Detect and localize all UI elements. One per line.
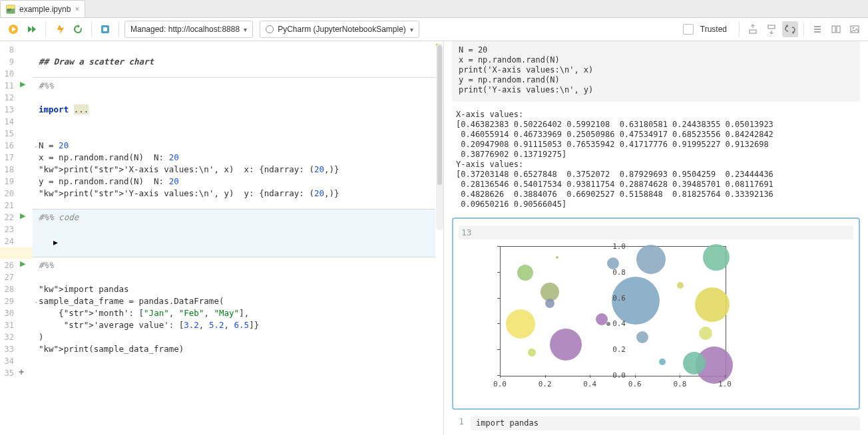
run-cell-button[interactable] — [5, 21, 21, 37]
trusted-checkbox[interactable] — [683, 24, 694, 35]
toolbar: Managed: http://localhost:8888 ▾ PyCharm… — [0, 18, 868, 41]
kernel-combo[interactable]: PyCharm (JupyterNotebookSample) ▾ — [260, 21, 419, 38]
notebook-icon — [6, 5, 15, 14]
sync-scroll-button[interactable] — [782, 21, 798, 37]
chart-point — [699, 327, 712, 340]
mouse-pointer: ◂ — [53, 237, 58, 247]
chart-point — [677, 282, 684, 289]
output-text: X-axis values: [0.46382383 0.50226402 0.… — [452, 107, 860, 212]
separator — [739, 22, 740, 37]
next-cell-preview[interactable]: 1 import pandas — [452, 416, 860, 430]
separator — [118, 22, 119, 37]
svg-rect-8 — [768, 25, 775, 29]
chart-point — [550, 329, 582, 361]
cell-exec-number: 13 — [459, 225, 853, 239]
output-code-echo: N = 20 x = np.random.rand(N) print('X-ax… — [452, 41, 860, 102]
chart-point — [556, 256, 558, 259]
output-pane[interactable]: N = 20 x = np.random.rand(N) print('X-ax… — [444, 41, 868, 435]
line-gutter: 8910111213141516171819202122232425262728… — [0, 41, 18, 435]
add-cell-below-button[interactable] — [763, 21, 779, 37]
chart-point — [659, 359, 666, 365]
chart-point — [695, 287, 730, 322]
svg-rect-9 — [832, 26, 835, 33]
run-all-button[interactable] — [24, 21, 40, 37]
server-combo[interactable]: Managed: http://localhost:8888 ▾ — [124, 21, 253, 38]
separator — [803, 22, 804, 37]
file-tab[interactable]: example.ipynb × — [0, 0, 85, 17]
view-split-button[interactable] — [828, 21, 844, 37]
add-cell-above-button[interactable] — [745, 21, 761, 37]
view-image-button[interactable] — [847, 21, 863, 37]
svg-point-12 — [853, 27, 854, 29]
run-cell-gutter-button[interactable]: ▶ — [20, 259, 25, 268]
chart-point — [636, 331, 648, 343]
chart-point — [528, 349, 536, 357]
chart-point — [517, 265, 533, 281]
scatter-chart: 0.00.20.40.60.81.00.00.20.40.60.81.0 — [477, 243, 853, 403]
next-cell-code: import pandas — [476, 418, 539, 428]
svg-marker-4 — [57, 25, 64, 34]
kernel-status-icon — [266, 25, 274, 33]
chart-point — [606, 322, 610, 326]
server-label: Managed: http://localhost:8888 — [130, 25, 240, 34]
cell-exec-number: 1 — [452, 416, 464, 426]
svg-marker-2 — [28, 26, 32, 33]
trusted-label: Trusted — [700, 25, 727, 34]
body-split: 8910111213141516171819202122232425262728… — [0, 41, 868, 435]
tab-filename: example.ipynb — [19, 5, 71, 14]
chart-point — [636, 245, 666, 274]
separator — [91, 22, 92, 37]
app-root: example.ipynb × Managed: http://localhos… — [0, 0, 868, 435]
code-editor[interactable]: 8910111213141516171819202122232425262728… — [0, 41, 444, 435]
tab-bar: example.ipynb × — [0, 0, 868, 18]
scrollbar[interactable] — [436, 44, 443, 230]
svg-rect-6 — [103, 27, 107, 31]
chevron-down-icon: ▾ — [244, 26, 247, 33]
close-icon[interactable]: × — [75, 5, 79, 14]
chart-point — [545, 299, 554, 308]
restart-button[interactable] — [70, 21, 86, 37]
separator — [45, 22, 46, 37]
chart-point — [506, 309, 535, 339]
chart-output-cell[interactable]: 13 0.00.20.40.60.81.00.00.20.40.60.81.0 — [452, 218, 860, 410]
chevron-down-icon: ▾ — [410, 26, 413, 33]
svg-rect-10 — [837, 26, 840, 33]
add-cell-gutter-button[interactable]: + — [19, 366, 24, 377]
variables-button[interactable] — [97, 21, 113, 37]
svg-marker-3 — [32, 26, 36, 33]
run-cell-gutter-button[interactable]: ▶ — [20, 80, 25, 88]
code-area[interactable]: ## Draw a scatter chart#%%import ...N = … — [39, 44, 435, 379]
chart-point — [703, 244, 730, 271]
plot-area — [500, 246, 726, 376]
kernel-label: PyCharm (JupyterNotebookSample) — [278, 25, 406, 34]
svg-rect-7 — [750, 30, 756, 33]
interrupt-button[interactable] — [51, 21, 67, 37]
run-cell-gutter-button[interactable]: ▶ — [20, 212, 25, 220]
view-list-button[interactable] — [809, 21, 825, 37]
chart-point — [683, 352, 706, 374]
